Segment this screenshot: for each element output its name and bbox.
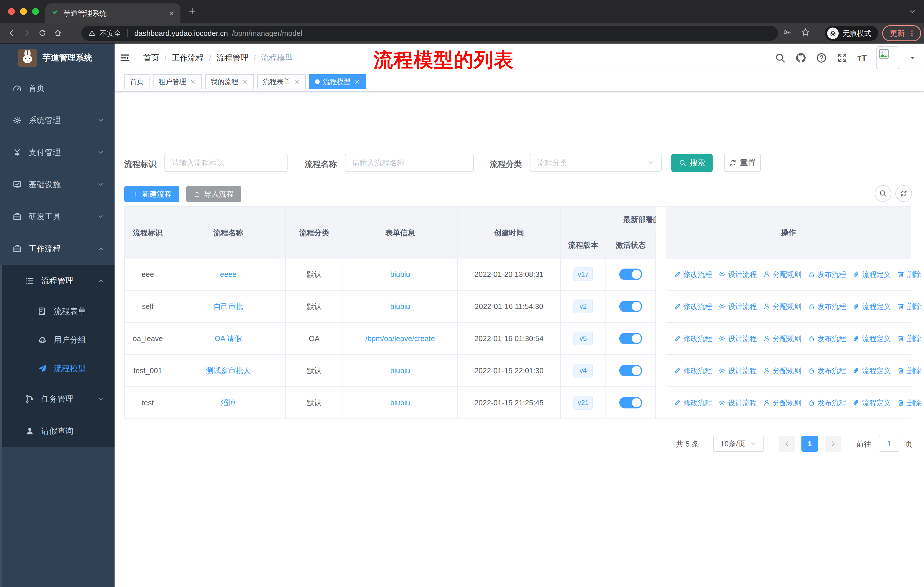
action-publish-process[interactable]: 发布流程 <box>808 270 846 279</box>
active-toggle[interactable] <box>619 333 642 344</box>
action-assign-rule[interactable]: 分配规则 <box>763 334 802 343</box>
help-icon[interactable] <box>816 53 827 63</box>
password-key-icon[interactable] <box>782 28 792 37</box>
search-icon[interactable] <box>775 53 785 63</box>
action-publish-process[interactable]: 发布流程 <box>808 398 846 408</box>
next-page-button[interactable] <box>825 436 841 452</box>
active-toggle[interactable] <box>619 365 642 376</box>
form-info-link[interactable]: biubiu <box>390 270 410 279</box>
sidebar-item-task-management[interactable]: 任务管理 <box>0 383 115 415</box>
action-design-process[interactable]: 设计流程 <box>718 398 757 408</box>
sidebar-item-process-form[interactable]: 流程表单 <box>0 297 115 326</box>
browser-update-button[interactable]: 更新 <box>882 25 921 41</box>
avatar[interactable] <box>876 46 899 69</box>
action-assign-rule[interactable]: 分配规则 <box>763 270 802 279</box>
action-modify-process[interactable]: 修改流程 <box>674 270 712 279</box>
sidebar-item-devtools[interactable]: 研发工具 <box>0 201 115 233</box>
action-delete[interactable]: 删除 <box>897 270 921 279</box>
page-size-select[interactable]: 10条/页 <box>713 436 764 452</box>
create-process-button[interactable]: 新建流程 <box>124 186 179 202</box>
action-publish-process[interactable]: 发布流程 <box>808 366 846 375</box>
close-icon[interactable] <box>294 79 300 85</box>
sidebar-item-process-model[interactable]: 流程模型 <box>0 354 115 383</box>
action-process-definition[interactable]: 流程定义 <box>852 398 891 408</box>
goto-page-input[interactable] <box>879 436 899 452</box>
action-delete[interactable]: 删除 <box>897 334 921 343</box>
process-id-input[interactable] <box>164 154 287 172</box>
close-icon[interactable] <box>190 79 196 85</box>
browser-tab[interactable]: 芋道管理系统 <box>45 3 180 23</box>
breadcrumb-process-mgmt[interactable]: 流程管理 <box>216 53 249 63</box>
tab-close-icon[interactable] <box>168 10 175 17</box>
prev-page-button[interactable] <box>779 436 795 452</box>
form-info-link[interactable]: /bpm/oa/leave/create <box>365 334 435 343</box>
action-delete[interactable]: 删除 <box>897 366 921 375</box>
sidebar-item-system[interactable]: 系统管理 <box>0 104 115 136</box>
action-modify-process[interactable]: 修改流程 <box>674 334 712 343</box>
address-bar[interactable]: 不安全 dashboard.yudao.iocoder.cn/bpm/manag… <box>81 26 778 41</box>
tag-my-process[interactable]: 我的流程 <box>205 74 254 89</box>
tag-home[interactable]: 首页 <box>124 74 150 89</box>
font-size-icon[interactable]: ᴛT <box>857 53 867 63</box>
home-button[interactable] <box>54 29 62 37</box>
action-assign-rule[interactable]: 分配规则 <box>763 366 802 375</box>
action-design-process[interactable]: 设计流程 <box>718 334 757 343</box>
action-process-definition[interactable]: 流程定义 <box>852 302 891 311</box>
import-process-button[interactable]: 导入流程 <box>186 186 241 202</box>
close-icon[interactable] <box>242 79 248 85</box>
search-button[interactable]: 搜索 <box>672 154 713 172</box>
reload-button[interactable] <box>38 29 46 37</box>
close-icon[interactable] <box>354 79 360 85</box>
sidebar-scrollbar[interactable] <box>0 265 2 587</box>
action-assign-rule[interactable]: 分配规则 <box>763 398 802 408</box>
window-close-button[interactable] <box>8 8 15 15</box>
active-toggle[interactable] <box>619 269 642 280</box>
back-button[interactable] <box>7 29 15 37</box>
active-toggle[interactable] <box>619 397 642 408</box>
action-design-process[interactable]: 设计流程 <box>718 302 757 311</box>
refresh-table-button[interactable] <box>895 185 912 202</box>
action-modify-process[interactable]: 修改流程 <box>674 302 712 311</box>
tag-tenant[interactable]: 租户管理 <box>153 74 201 89</box>
action-publish-process[interactable]: 发布流程 <box>808 302 846 311</box>
sidebar-item-home[interactable]: 首页 <box>0 72 115 104</box>
caret-down-icon[interactable] <box>909 55 916 61</box>
active-toggle[interactable] <box>619 301 642 312</box>
breadcrumb-home[interactable]: 首页 <box>143 53 159 63</box>
action-modify-process[interactable]: 修改流程 <box>674 398 712 408</box>
sidebar-item-payment[interactable]: 支付管理 <box>0 136 115 169</box>
window-zoom-button[interactable] <box>32 8 39 15</box>
process-name-link[interactable]: OA 请假 <box>214 334 242 344</box>
tag-process-form[interactable]: 流程表单 <box>257 74 306 89</box>
action-process-definition[interactable]: 流程定义 <box>852 366 891 375</box>
process-name-link[interactable]: 测试多审批人 <box>206 366 251 376</box>
action-assign-rule[interactable]: 分配规则 <box>763 302 802 311</box>
reset-button[interactable]: 重置 <box>724 154 761 172</box>
form-info-link[interactable]: biubiu <box>390 366 410 375</box>
action-delete[interactable]: 删除 <box>897 398 921 408</box>
process-name-link[interactable]: 滔博 <box>221 398 236 408</box>
breadcrumb-workflow[interactable]: 工作流程 <box>172 53 204 63</box>
browser-menu-icon[interactable] <box>908 30 916 37</box>
sidebar-item-process-management[interactable]: 流程管理 <box>0 265 115 297</box>
fullscreen-icon[interactable] <box>837 53 848 63</box>
process-name-link[interactable]: 自己审批 <box>213 301 243 312</box>
current-page[interactable]: 1 <box>802 436 818 452</box>
bookmark-star-icon[interactable] <box>801 28 810 37</box>
category-select[interactable]: 流程分类 <box>530 154 662 172</box>
app-logo[interactable]: 芋道管理系统 <box>0 43 115 72</box>
action-design-process[interactable]: 设计流程 <box>718 270 757 279</box>
window-minimize-button[interactable] <box>20 8 27 15</box>
tag-process-model[interactable]: 流程模型 <box>309 74 366 89</box>
hamburger-icon[interactable] <box>119 52 130 64</box>
action-modify-process[interactable]: 修改流程 <box>674 366 712 375</box>
github-icon[interactable] <box>795 53 806 63</box>
new-tab-button[interactable] <box>188 7 196 15</box>
process-name-link[interactable]: eeee <box>220 270 237 279</box>
form-info-link[interactable]: biubiu <box>390 398 410 407</box>
action-process-definition[interactable]: 流程定义 <box>852 334 891 343</box>
action-process-definition[interactable]: 流程定义 <box>852 270 891 279</box>
sidebar-item-user-group[interactable]: 用户分组 <box>0 326 115 354</box>
sidebar-item-infrastructure[interactable]: 基础设施 <box>0 169 115 201</box>
action-delete[interactable]: 删除 <box>897 302 921 311</box>
